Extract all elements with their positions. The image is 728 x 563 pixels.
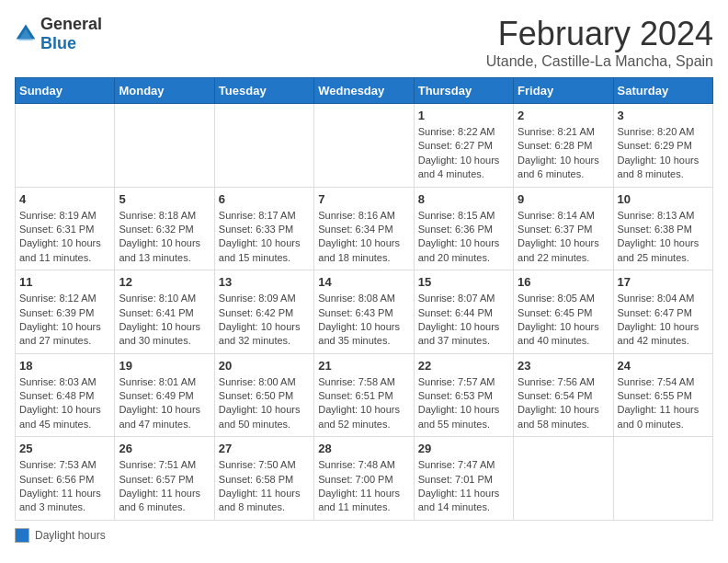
logo: General Blue <box>15 15 102 53</box>
day-number: 14 <box>318 275 409 289</box>
calendar-cell <box>115 104 214 188</box>
day-info: Sunrise: 8:13 AM Sunset: 6:38 PM Dayligh… <box>618 209 709 266</box>
day-info: Sunrise: 7:51 AM Sunset: 6:57 PM Dayligh… <box>119 458 210 515</box>
location-title: Utande, Castille-La Mancha, Spain <box>486 53 713 70</box>
calendar-cell: 24Sunrise: 7:54 AM Sunset: 6:55 PM Dayli… <box>613 353 712 437</box>
calendar-header: SundayMondayTuesdayWednesdayThursdayFrid… <box>16 78 713 104</box>
calendar-cell <box>514 437 613 521</box>
calendar-body: 1Sunrise: 8:22 AM Sunset: 6:27 PM Daylig… <box>16 104 713 521</box>
day-number: 28 <box>318 442 409 455</box>
day-info: Sunrise: 8:03 AM Sunset: 6:48 PM Dayligh… <box>19 375 110 432</box>
day-number: 24 <box>618 359 709 373</box>
day-number: 16 <box>518 275 609 289</box>
week-row-2: 11Sunrise: 8:12 AM Sunset: 6:39 PM Dayli… <box>16 270 713 354</box>
calendar-cell: 8Sunrise: 8:15 AM Sunset: 6:36 PM Daylig… <box>414 187 513 270</box>
day-info: Sunrise: 8:07 AM Sunset: 6:44 PM Dayligh… <box>418 292 509 349</box>
legend-label: Daylight hours <box>35 529 106 542</box>
day-number: 26 <box>119 442 210 455</box>
calendar-cell <box>314 104 414 188</box>
calendar-cell: 13Sunrise: 8:09 AM Sunset: 6:42 PM Dayli… <box>214 270 313 354</box>
day-number: 21 <box>318 359 409 373</box>
day-info: Sunrise: 7:57 AM Sunset: 6:53 PM Dayligh… <box>418 375 509 432</box>
day-info: Sunrise: 8:09 AM Sunset: 6:42 PM Dayligh… <box>219 292 310 349</box>
day-info: Sunrise: 8:18 AM Sunset: 6:32 PM Dayligh… <box>119 209 210 266</box>
day-info: Sunrise: 7:56 AM Sunset: 6:54 PM Dayligh… <box>518 375 609 432</box>
day-number: 29 <box>418 442 509 455</box>
week-row-3: 18Sunrise: 8:03 AM Sunset: 6:48 PM Dayli… <box>16 353 713 437</box>
title-block: February 2024 Utande, Castille-La Mancha… <box>486 15 713 70</box>
calendar-cell: 25Sunrise: 7:53 AM Sunset: 6:56 PM Dayli… <box>16 437 115 521</box>
calendar-cell: 15Sunrise: 8:07 AM Sunset: 6:44 PM Dayli… <box>414 270 513 354</box>
day-info: Sunrise: 8:15 AM Sunset: 6:36 PM Dayligh… <box>418 209 509 266</box>
legend-box <box>15 528 29 543</box>
day-number: 13 <box>219 275 310 289</box>
day-number: 1 <box>418 109 509 122</box>
day-number: 25 <box>19 442 110 455</box>
day-number: 9 <box>518 192 609 206</box>
calendar-cell: 23Sunrise: 7:56 AM Sunset: 6:54 PM Dayli… <box>514 353 613 437</box>
day-number: 10 <box>618 192 709 206</box>
day-number: 23 <box>518 359 609 373</box>
calendar-cell: 5Sunrise: 8:18 AM Sunset: 6:32 PM Daylig… <box>115 187 214 270</box>
calendar-cell: 29Sunrise: 7:47 AM Sunset: 7:01 PM Dayli… <box>414 437 513 521</box>
day-number: 2 <box>518 109 609 122</box>
header-thursday: Thursday <box>414 78 513 104</box>
week-row-0: 1Sunrise: 8:22 AM Sunset: 6:27 PM Daylig… <box>16 104 713 188</box>
calendar-cell: 16Sunrise: 8:05 AM Sunset: 6:45 PM Dayli… <box>514 270 613 354</box>
calendar-cell: 10Sunrise: 8:13 AM Sunset: 6:38 PM Dayli… <box>613 187 712 270</box>
day-number: 7 <box>318 192 409 206</box>
day-info: Sunrise: 7:54 AM Sunset: 6:55 PM Dayligh… <box>618 375 709 432</box>
header-wednesday: Wednesday <box>314 78 414 104</box>
header-friday: Friday <box>514 78 613 104</box>
page-header: General Blue February 2024 Utande, Casti… <box>15 15 713 70</box>
header-row: SundayMondayTuesdayWednesdayThursdayFrid… <box>16 78 713 104</box>
day-number: 19 <box>119 359 210 373</box>
calendar-cell: 17Sunrise: 8:04 AM Sunset: 6:47 PM Dayli… <box>613 270 712 354</box>
day-info: Sunrise: 8:05 AM Sunset: 6:45 PM Dayligh… <box>518 292 609 349</box>
day-info: Sunrise: 8:20 AM Sunset: 6:29 PM Dayligh… <box>618 125 709 182</box>
day-info: Sunrise: 7:47 AM Sunset: 7:01 PM Dayligh… <box>418 458 509 515</box>
calendar-cell: 4Sunrise: 8:19 AM Sunset: 6:31 PM Daylig… <box>16 187 115 270</box>
day-info: Sunrise: 8:04 AM Sunset: 6:47 PM Dayligh… <box>618 292 709 349</box>
day-number: 8 <box>418 192 509 206</box>
calendar-cell: 2Sunrise: 8:21 AM Sunset: 6:28 PM Daylig… <box>514 104 613 188</box>
day-number: 3 <box>618 109 709 122</box>
day-info: Sunrise: 7:50 AM Sunset: 6:58 PM Dayligh… <box>219 458 310 515</box>
day-number: 20 <box>219 359 310 373</box>
week-row-1: 4Sunrise: 8:19 AM Sunset: 6:31 PM Daylig… <box>16 187 713 270</box>
day-info: Sunrise: 8:17 AM Sunset: 6:33 PM Dayligh… <box>219 209 310 266</box>
calendar-cell: 9Sunrise: 8:14 AM Sunset: 6:37 PM Daylig… <box>514 187 613 270</box>
calendar-cell: 28Sunrise: 7:48 AM Sunset: 7:00 PM Dayli… <box>314 437 414 521</box>
day-info: Sunrise: 8:16 AM Sunset: 6:34 PM Dayligh… <box>318 209 409 266</box>
calendar-cell: 20Sunrise: 8:00 AM Sunset: 6:50 PM Dayli… <box>214 353 313 437</box>
calendar-cell: 19Sunrise: 8:01 AM Sunset: 6:49 PM Dayli… <box>115 353 214 437</box>
day-info: Sunrise: 8:01 AM Sunset: 6:49 PM Dayligh… <box>119 375 210 432</box>
day-number: 15 <box>418 275 509 289</box>
logo-blue: Blue <box>40 34 76 52</box>
calendar-cell: 14Sunrise: 8:08 AM Sunset: 6:43 PM Dayli… <box>314 270 414 354</box>
day-number: 4 <box>19 192 110 206</box>
calendar-cell: 6Sunrise: 8:17 AM Sunset: 6:33 PM Daylig… <box>214 187 313 270</box>
logo-general: General <box>40 15 102 33</box>
day-info: Sunrise: 7:58 AM Sunset: 6:51 PM Dayligh… <box>318 375 409 432</box>
calendar-cell <box>613 437 712 521</box>
calendar-cell: 27Sunrise: 7:50 AM Sunset: 6:58 PM Dayli… <box>214 437 313 521</box>
day-info: Sunrise: 8:08 AM Sunset: 6:43 PM Dayligh… <box>318 292 409 349</box>
calendar-cell: 26Sunrise: 7:51 AM Sunset: 6:57 PM Dayli… <box>115 437 214 521</box>
calendar-table: SundayMondayTuesdayWednesdayThursdayFrid… <box>15 77 713 521</box>
header-saturday: Saturday <box>613 78 712 104</box>
day-info: Sunrise: 8:00 AM Sunset: 6:50 PM Dayligh… <box>219 375 310 432</box>
day-info: Sunrise: 8:22 AM Sunset: 6:27 PM Dayligh… <box>418 125 509 182</box>
day-number: 5 <box>119 192 210 206</box>
day-info: Sunrise: 8:14 AM Sunset: 6:37 PM Dayligh… <box>518 209 609 266</box>
header-tuesday: Tuesday <box>214 78 313 104</box>
header-monday: Monday <box>115 78 214 104</box>
calendar-cell: 1Sunrise: 8:22 AM Sunset: 6:27 PM Daylig… <box>414 104 513 188</box>
header-sunday: Sunday <box>16 78 115 104</box>
calendar-cell: 12Sunrise: 8:10 AM Sunset: 6:41 PM Dayli… <box>115 270 214 354</box>
day-number: 27 <box>219 442 310 455</box>
day-number: 12 <box>119 275 210 289</box>
day-number: 17 <box>618 275 709 289</box>
calendar-cell: 3Sunrise: 8:20 AM Sunset: 6:29 PM Daylig… <box>613 104 712 188</box>
calendar-cell: 22Sunrise: 7:57 AM Sunset: 6:53 PM Dayli… <box>414 353 513 437</box>
